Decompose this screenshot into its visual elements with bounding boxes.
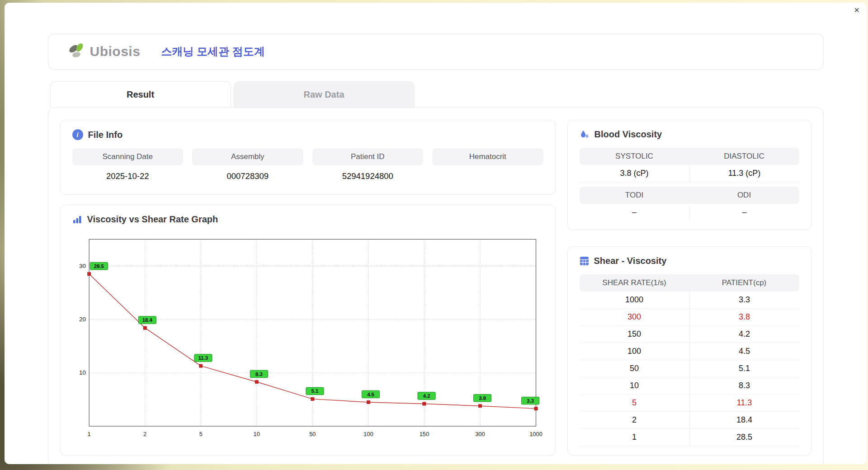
shear-rate-cell: 150	[580, 326, 689, 343]
field-value	[432, 165, 543, 185]
patient-cell: 8.3	[689, 377, 799, 394]
patient-cell: 4.5	[689, 343, 799, 360]
app-window: × Ubiosis 스캐닝 모세관 점도계 Result Raw Data	[5, 3, 867, 464]
svg-text:18.4: 18.4	[142, 317, 152, 323]
svg-text:20: 20	[79, 316, 86, 323]
result-panel: i File Info Scanning Date 2025-10-22 Ass…	[48, 108, 824, 464]
table-row: 1 28.5	[580, 429, 799, 446]
shear-rate-cell: 300	[580, 309, 689, 325]
diastolic-label: DIASTOLIC	[689, 148, 799, 165]
blood-viscosity-card: Blood Viscosity SYSTOLIC DIASTOLIC 3.8 (…	[567, 120, 811, 230]
bv-header-2: TODI ODI	[580, 187, 799, 204]
todi-label: TODI	[580, 187, 689, 204]
shear-rate-cell: 1	[580, 429, 689, 446]
ubiosis-logo: Ubiosis	[67, 42, 141, 61]
svg-text:30: 30	[79, 263, 86, 269]
svg-text:100: 100	[363, 431, 373, 437]
field-value: 52941924800	[312, 165, 424, 185]
field-scanning-date: Scanning Date 2025-10-22	[72, 148, 184, 185]
svg-text:4.5: 4.5	[367, 392, 374, 397]
field-value: 000728309	[192, 165, 303, 185]
shear-viscosity-title: Shear - Viscosity	[594, 256, 667, 266]
main-container: Ubiosis 스캐닝 모세관 점도계 Result Raw Data i Fi…	[48, 33, 824, 464]
graph-title: Viscosity vs Shear Rate Graph	[87, 214, 218, 225]
blood-viscosity-title: Blood Viscosity	[594, 129, 662, 140]
diastolic-value: 11.3 (cP)	[689, 165, 799, 182]
shear-rate-cell: 1000	[580, 291, 689, 308]
table-row: 1000 3.3	[580, 291, 799, 309]
left-column: i File Info Scanning Date 2025-10-22 Ass…	[60, 120, 556, 456]
svg-text:28.5: 28.5	[94, 263, 104, 269]
tab-result[interactable]: Result	[50, 81, 231, 108]
patient-column-header: PATIENT(cp)	[689, 274, 799, 291]
svg-text:4.2: 4.2	[423, 393, 430, 399]
svg-text:3.3: 3.3	[527, 398, 534, 404]
svg-text:5.1: 5.1	[311, 388, 318, 394]
svg-text:300: 300	[475, 431, 485, 437]
field-hematocrit: Hematocrit	[432, 148, 543, 185]
svg-text:10: 10	[253, 431, 259, 437]
shear-rate-cell: 100	[580, 343, 689, 360]
svg-text:50: 50	[309, 431, 316, 437]
patient-cell: 11.3	[689, 395, 799, 411]
table-row: 50 5.1	[580, 360, 799, 377]
grid-table-icon	[580, 256, 589, 266]
field-label: Hematocrit	[432, 148, 543, 165]
bv-header-1: SYSTOLIC DIASTOLIC	[580, 148, 799, 165]
shear-viscosity-card: Shear - Viscosity SHEAR RATE(1/s) PATIEN…	[567, 246, 811, 456]
patient-cell: 28.5	[689, 429, 799, 446]
field-assembly: Assembly 000728309	[192, 148, 303, 185]
info-icon: i	[72, 129, 83, 140]
table-row: 5 11.3	[580, 395, 799, 412]
table-row: 150 4.2	[580, 326, 799, 343]
field-label: Patient ID	[312, 148, 424, 165]
field-value: 2025-10-22	[72, 165, 184, 185]
right-column: Blood Viscosity SYSTOLIC DIASTOLIC 3.8 (…	[567, 120, 811, 456]
table-row: 10 8.3	[580, 377, 799, 395]
patient-cell: 3.8	[689, 309, 799, 325]
systolic-label: SYSTOLIC	[580, 148, 689, 165]
patient-cell: 4.2	[689, 326, 799, 343]
svg-text:2: 2	[143, 431, 146, 437]
shear-rate-cell: 2	[580, 412, 689, 428]
todi-value: –	[580, 204, 689, 221]
shear-table-body: 1000 3.3 300 3.8 150 4.2 100 4.5 50 5.1 …	[580, 291, 799, 446]
viscosity-chart: 10203028.518.411.38.35.14.54.23.83.31251…	[72, 233, 543, 440]
svg-text:5: 5	[199, 431, 202, 437]
tab-bar: Result Raw Data	[48, 81, 824, 108]
odi-label: ODI	[689, 187, 799, 204]
svg-text:1: 1	[87, 431, 90, 437]
page-title: 스캐닝 모세관 점도계	[161, 44, 264, 59]
svg-text:150: 150	[419, 431, 429, 437]
file-info-fields: Scanning Date 2025-10-22 Assembly 000728…	[72, 148, 543, 185]
shear-table-header: SHEAR RATE(1/s) PATIENT(cp)	[580, 274, 799, 291]
table-row: 100 4.5	[580, 343, 799, 360]
table-row: 2 18.4	[580, 412, 799, 429]
svg-text:10: 10	[79, 369, 86, 376]
odi-value: –	[689, 204, 799, 221]
svg-text:11.3: 11.3	[198, 355, 208, 361]
svg-text:3.8: 3.8	[479, 395, 486, 401]
table-row: 300 3.8	[580, 309, 799, 326]
field-label: Assembly	[192, 148, 303, 165]
shear-rate-cell: 50	[580, 360, 689, 377]
leaf-logo-icon	[67, 42, 88, 61]
bar-chart-icon	[72, 215, 82, 224]
patient-cell: 18.4	[689, 412, 799, 428]
shear-rate-cell: 10	[580, 377, 689, 394]
bv-values-1: 3.8 (cP) 11.3 (cP)	[580, 165, 799, 182]
tab-raw-data[interactable]: Raw Data	[234, 81, 415, 108]
svg-text:1000: 1000	[529, 431, 542, 437]
app-header: Ubiosis 스캐닝 모세관 점도계	[48, 33, 824, 70]
systolic-value: 3.8 (cP)	[580, 165, 689, 182]
close-icon[interactable]: ×	[854, 5, 859, 14]
field-patient-id: Patient ID 52941924800	[312, 148, 424, 185]
blood-drop-icon	[580, 130, 590, 140]
file-info-title: File Info	[88, 130, 123, 140]
shear-rate-column-header: SHEAR RATE(1/s)	[580, 274, 689, 291]
shear-rate-cell: 5	[580, 395, 689, 411]
graph-card: Viscosity vs Shear Rate Graph 10203028.5…	[60, 205, 556, 456]
logo-text: Ubiosis	[90, 44, 141, 59]
svg-text:8.3: 8.3	[255, 371, 263, 377]
bv-values-2: – –	[580, 204, 799, 221]
